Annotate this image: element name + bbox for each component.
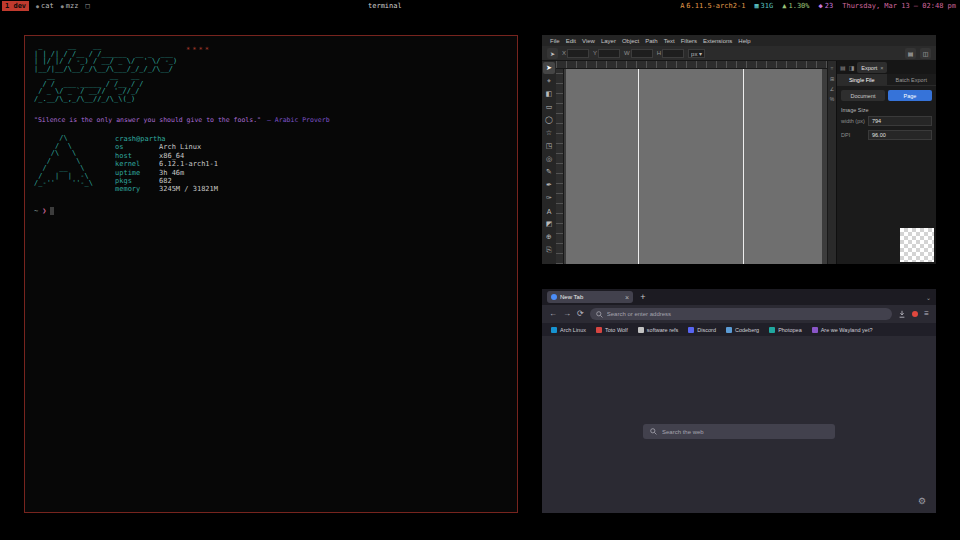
calligraphy-tool-icon[interactable]: ✑ xyxy=(543,192,555,204)
pen-tool-icon[interactable]: ✒ xyxy=(543,179,555,191)
quote-line: "Silence is the only answer you should g… xyxy=(34,116,508,124)
workspace-tag-cat[interactable]: ● cat xyxy=(36,2,54,10)
welcome-ascii-art: _ __ __ | | /| / /__ / /______ __ _ ___ … xyxy=(34,43,508,73)
dock-icon[interactable]: ▤ xyxy=(840,64,846,71)
unit-dropdown[interactable]: px ▾ xyxy=(688,49,705,58)
box3d-tool-icon[interactable]: ◳ xyxy=(543,140,555,152)
url-input[interactable] xyxy=(607,311,887,317)
snap-icon[interactable]: ⊞ xyxy=(830,76,834,82)
spiral-tool-icon[interactable]: ◎ xyxy=(543,153,555,165)
pages-tool-icon[interactable]: ⎘ xyxy=(543,244,555,256)
tab-single-file[interactable]: Single File xyxy=(837,74,887,85)
document-button[interactable]: Document xyxy=(841,90,885,101)
back-button[interactable]: ← xyxy=(549,310,557,318)
bookmark-toto-wolf[interactable]: Toto Wolf xyxy=(596,327,628,333)
forward-button[interactable]: → xyxy=(563,310,571,318)
x-input[interactable] xyxy=(567,49,589,58)
extension-record-icon[interactable] xyxy=(912,311,918,317)
fetch-value: x86_64 xyxy=(159,152,184,160)
star-tool-icon[interactable]: ☆ xyxy=(543,127,555,139)
selection-mode-icon[interactable]: ➤ xyxy=(547,48,558,59)
shape-builder-tool-icon[interactable]: ◧ xyxy=(543,88,555,100)
canvas[interactable] xyxy=(564,69,827,264)
fetch-key: memory xyxy=(115,185,159,193)
bookmark-are-we-wayland-yet[interactable]: Are we Wayland yet? xyxy=(812,327,873,333)
width-value-input[interactable]: 794 xyxy=(868,116,932,126)
text-tool-icon[interactable]: A xyxy=(543,205,555,217)
y-input[interactable] xyxy=(598,49,620,58)
menu-layer[interactable]: Layer xyxy=(598,38,619,44)
quote-author: — Arabic Proverb xyxy=(267,116,330,124)
dock-icon[interactable]: ◨ xyxy=(849,64,855,71)
selector-tool-icon[interactable]: ➤ xyxy=(543,62,555,74)
zoom-tool-icon[interactable]: ⊕ xyxy=(543,231,555,243)
horizontal-ruler[interactable] xyxy=(556,61,827,69)
address-bar[interactable] xyxy=(590,308,893,320)
memory-icon: ▦ xyxy=(754,2,758,10)
menu-edit[interactable]: Edit xyxy=(563,38,579,44)
workspace-tag-mzz[interactable]: ● mzz xyxy=(61,2,79,10)
menu-help[interactable]: Help xyxy=(735,38,753,44)
dpi-value-input[interactable]: 96.00 xyxy=(868,130,932,140)
menu-path[interactable]: Path xyxy=(642,38,660,44)
personalize-gear-icon[interactable]: ⚙ xyxy=(918,496,926,506)
ellipse-tool-icon[interactable]: ◯ xyxy=(543,114,555,126)
tab-close-icon[interactable]: × xyxy=(625,294,629,301)
close-icon[interactable]: × xyxy=(880,65,883,71)
menu-file[interactable]: File xyxy=(547,38,563,44)
guide-line[interactable] xyxy=(638,69,639,264)
tab-title: New Tab xyxy=(560,294,622,300)
document-page[interactable] xyxy=(566,69,822,264)
fetch-row-kernel: kernel6.12.1-arch1-1 xyxy=(115,160,218,168)
cpu-module: ▲ 1.30% xyxy=(782,2,809,10)
fetch-info: crash@partha osArch Linux hostx86_64 ker… xyxy=(115,135,218,194)
list-tabs-chevron-icon[interactable]: ⌄ xyxy=(926,294,931,301)
bookmark-photopea[interactable]: Photopea xyxy=(769,327,802,333)
h-label: H xyxy=(657,50,661,56)
layout-icon[interactable]: □ xyxy=(85,2,89,10)
w-input[interactable] xyxy=(631,49,653,58)
fetch-key: host xyxy=(115,152,159,160)
snap-icon[interactable]: ∠ xyxy=(830,86,834,92)
fetch-value: 3h 46m xyxy=(159,169,184,177)
reload-button[interactable]: ⟳ xyxy=(577,310,584,318)
snap-icon[interactable]: ⌗ xyxy=(831,65,834,72)
bookmark-discord[interactable]: Discord xyxy=(688,327,716,333)
h-input[interactable] xyxy=(662,49,684,58)
fetch-row-memory: memory3245M / 31821M xyxy=(115,185,218,193)
tab-new-tab[interactable]: New Tab × xyxy=(547,291,633,303)
height-field: H xyxy=(657,49,684,58)
bookmark-arch-linux[interactable]: Arch Linux xyxy=(551,327,586,333)
gradient-tool-icon[interactable]: ◩ xyxy=(543,218,555,230)
fetch-key: kernel xyxy=(115,160,159,168)
web-search-input[interactable] xyxy=(662,429,828,435)
bookmark-favicon xyxy=(726,327,732,333)
snap-icon[interactable]: % xyxy=(830,96,834,102)
guide-line[interactable] xyxy=(743,69,744,264)
menu-view[interactable]: View xyxy=(579,38,598,44)
pencil-tool-icon[interactable]: ✎ xyxy=(543,166,555,178)
vertical-ruler[interactable] xyxy=(556,69,564,264)
menu-text[interactable]: Text xyxy=(661,38,678,44)
bookmark-codeberg[interactable]: Codeberg xyxy=(726,327,759,333)
export-dialog-tab[interactable]: Export × xyxy=(857,62,887,73)
toolbar-option-icon[interactable]: ▤ xyxy=(905,48,916,59)
menu-icon[interactable]: ≡ xyxy=(924,310,929,318)
rectangle-tool-icon[interactable]: ▭ xyxy=(543,101,555,113)
toolbar-option-icon[interactable]: ◫ xyxy=(920,48,931,59)
terminal-window[interactable]: _ __ __ | | /| / /__ / /______ __ _ ___ … xyxy=(24,35,518,513)
tab-batch-export[interactable]: Batch Export xyxy=(887,74,937,85)
download-icon[interactable] xyxy=(898,310,906,318)
bookmark-label: Codeberg xyxy=(735,327,759,333)
menu-filters[interactable]: Filters xyxy=(678,38,700,44)
new-tab-button[interactable]: + xyxy=(638,292,648,302)
browser-window: New Tab × + ⌄ ← → ⟳ ≡ xyxy=(542,289,936,513)
page-button[interactable]: Page xyxy=(888,90,932,101)
menu-extensions[interactable]: Extensions xyxy=(700,38,735,44)
menu-object[interactable]: Object xyxy=(619,38,642,44)
workspace-tag-active[interactable]: 1 dev xyxy=(2,1,29,11)
shell-prompt[interactable]: ~ ❯ xyxy=(34,207,508,215)
web-search-box[interactable] xyxy=(643,424,835,439)
bookmark-software-refs[interactable]: software refs xyxy=(638,327,678,333)
node-tool-icon[interactable]: ⌖ xyxy=(543,75,555,87)
